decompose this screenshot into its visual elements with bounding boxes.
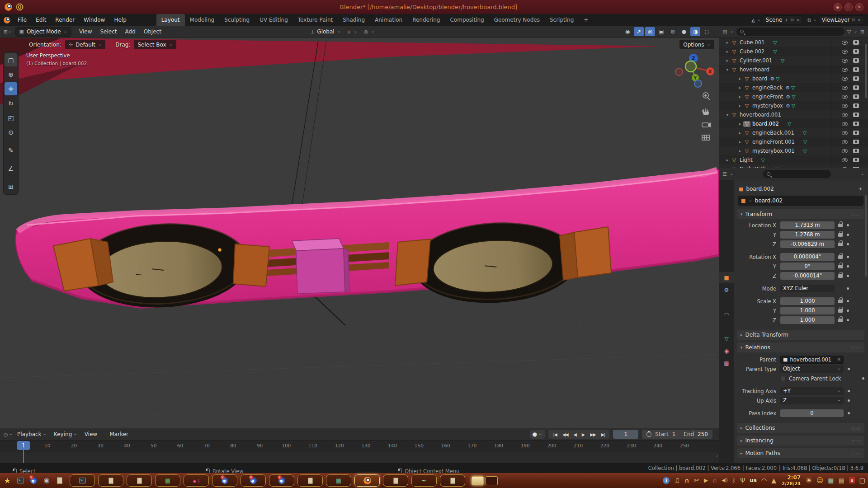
mode-selector[interactable]: ▣ Object Mode bbox=[15, 27, 71, 37]
tray-icon[interactable] bbox=[828, 477, 834, 483]
value-field[interactable]: -0.006829 m bbox=[780, 240, 835, 248]
menu-item[interactable]: Help bbox=[109, 14, 131, 26]
lock-icon[interactable] bbox=[838, 319, 843, 322]
viewport-menu-item[interactable]: Add bbox=[121, 28, 140, 35]
hide-eye-icon[interactable] bbox=[842, 140, 848, 144]
zoom-control-icon[interactable] bbox=[703, 93, 710, 100]
timeline-track[interactable] bbox=[0, 452, 719, 463]
frame-tick[interactable]: 130 bbox=[361, 443, 370, 448]
editor-type-dropdown-icon[interactable] bbox=[9, 431, 13, 437]
tray-icon[interactable] bbox=[816, 477, 824, 484]
pass-index-field[interactable]: 0 bbox=[780, 409, 844, 417]
expand-caret-icon[interactable]: ▸ bbox=[724, 58, 731, 63]
value-field[interactable]: 1.000 bbox=[780, 316, 835, 324]
proportional-edit-icon[interactable]: ◎ bbox=[363, 29, 368, 35]
workspace-tab[interactable]: UV Editing bbox=[255, 14, 293, 26]
gizmo-neg-z-axis[interactable] bbox=[694, 80, 702, 87]
animate-dot-icon[interactable] bbox=[847, 310, 849, 312]
object-name[interactable]: Light bbox=[740, 157, 753, 163]
parent-field[interactable]: ■ hoverboard.001 ✕ bbox=[780, 356, 844, 364]
disable-render-icon[interactable] bbox=[853, 94, 859, 99]
frame-tick[interactable]: 30 bbox=[98, 443, 104, 448]
outliner-search-input[interactable] bbox=[736, 28, 844, 36]
tool-button[interactable]: ✎ bbox=[5, 144, 17, 157]
animate-dot-icon[interactable] bbox=[847, 243, 849, 245]
nurbs-path-curve[interactable] bbox=[301, 41, 326, 212]
proportional-dropdown-icon[interactable] bbox=[371, 28, 374, 35]
tray-icon[interactable] bbox=[684, 477, 689, 483]
snap-magnet-icon[interactable]: ∪ bbox=[347, 29, 351, 35]
menu-item[interactable]: Render bbox=[51, 14, 79, 26]
value-field[interactable]: 0° bbox=[780, 263, 835, 270]
object-name[interactable]: hoverboard.001 bbox=[740, 112, 781, 118]
frame-tick[interactable]: 60 bbox=[177, 443, 183, 448]
task-button[interactable] bbox=[98, 474, 123, 487]
orientation-value[interactable]: Global bbox=[317, 28, 334, 35]
outliner-row[interactable]: ▾ ▽ hoverboard.001 ⚙ ▽ bbox=[719, 110, 868, 119]
orientation-dropdown[interactable]: ⊹ Default bbox=[65, 40, 105, 49]
playback-button[interactable]: ▶| bbox=[599, 432, 608, 437]
outliner-scrollbar[interactable] bbox=[865, 44, 867, 98]
viewport-toggle-icon[interactable]: ↗ bbox=[634, 27, 644, 36]
tray-icon[interactable] bbox=[732, 477, 736, 483]
task-button[interactable] bbox=[354, 474, 380, 487]
hide-eye-icon[interactable] bbox=[842, 122, 848, 126]
disable-render-icon[interactable] bbox=[853, 58, 859, 63]
parent-type-dropdown[interactable]: Object bbox=[780, 365, 844, 373]
clock[interactable]: 2:07 2/28/24 bbox=[782, 475, 801, 486]
frame-tick[interactable]: 10 bbox=[44, 443, 50, 448]
viewport-menu-item[interactable]: Select bbox=[96, 28, 121, 35]
workspace-tab[interactable]: Compositing bbox=[445, 14, 489, 26]
gizmo-y-front[interactable] bbox=[685, 61, 696, 72]
expand-caret-icon[interactable]: ▸ bbox=[737, 85, 743, 90]
animate-dot-icon[interactable] bbox=[847, 256, 849, 258]
task-button[interactable] bbox=[155, 474, 180, 487]
disable-render-icon[interactable] bbox=[853, 122, 859, 126]
scene-selector[interactable]: Scene ✦ ⧉ ✕ bbox=[763, 15, 803, 24]
workspace-tab[interactable]: Scripting bbox=[545, 14, 579, 26]
frame-tick[interactable]: 140 bbox=[388, 443, 397, 448]
outliner-row[interactable]: ▸ ▽ engineBack ⚙ ▽ bbox=[719, 83, 868, 92]
workspace-tab[interactable]: Modeling bbox=[185, 14, 220, 26]
hide-eye-icon[interactable] bbox=[842, 149, 848, 153]
tray-icon[interactable] bbox=[859, 477, 865, 483]
timeline-ruler[interactable]: 1020304050607080901001101201301401501601… bbox=[0, 440, 719, 452]
expand-caret-icon[interactable]: ▸ bbox=[737, 76, 743, 81]
properties-search-input[interactable] bbox=[763, 170, 831, 178]
window-control-button[interactable]: ◆ bbox=[834, 3, 842, 11]
collapsed-section-header[interactable]: ▸Motion Paths bbox=[737, 448, 864, 458]
editor-type-icon[interactable]: ⊞ bbox=[4, 29, 8, 35]
workspace-tab[interactable]: + bbox=[579, 14, 593, 26]
hide-eye-icon[interactable] bbox=[842, 59, 848, 63]
blender-menu-icon[interactable] bbox=[4, 17, 10, 23]
expand-caret-icon[interactable]: ▸ bbox=[737, 122, 743, 126]
frame-tick[interactable]: 190 bbox=[521, 443, 530, 448]
frame-tick[interactable]: 20 bbox=[71, 443, 77, 448]
outliner-row[interactable]: ▸ ▽ board ⚙ ▽ bbox=[719, 74, 868, 83]
window-control-button[interactable]: ✕ bbox=[855, 3, 863, 11]
value-field[interactable]: 0.000004° bbox=[780, 253, 835, 261]
animate-dot-icon[interactable] bbox=[848, 368, 850, 370]
hide-eye-icon[interactable] bbox=[842, 77, 848, 81]
tool-button[interactable]: ↻ bbox=[5, 97, 17, 110]
transform-section-header[interactable]: ▾Transform bbox=[737, 209, 864, 219]
timeline-menu-item[interactable]: View bbox=[85, 431, 97, 437]
value-field[interactable]: XYZ Euler bbox=[780, 285, 835, 292]
timeline-collapse-icon[interactable]: ‹ bbox=[716, 454, 718, 459]
stopwatch-icon[interactable] bbox=[646, 432, 651, 437]
expand-caret-icon[interactable]: ▸ bbox=[737, 140, 743, 144]
expand-caret-icon[interactable]: ▾ bbox=[724, 113, 731, 117]
hide-eye-icon[interactable] bbox=[842, 68, 848, 72]
animate-dot-icon[interactable] bbox=[847, 287, 849, 290]
frame-tick[interactable]: 220 bbox=[600, 443, 609, 448]
workspace-tab[interactable]: Shading bbox=[338, 14, 370, 26]
filter-dropdown-icon[interactable] bbox=[854, 28, 857, 35]
object-name[interactable]: Cube.002 bbox=[740, 48, 764, 55]
animate-dot-icon[interactable] bbox=[847, 319, 849, 321]
camera-parent-lock-checkbox[interactable] bbox=[780, 376, 786, 381]
hide-eye-icon[interactable] bbox=[842, 104, 848, 108]
task-button[interactable] bbox=[297, 474, 323, 487]
expand-caret-icon[interactable]: ▾ bbox=[724, 67, 731, 72]
drag-handle-icon[interactable] bbox=[852, 450, 861, 456]
animate-dot-icon[interactable] bbox=[848, 390, 850, 392]
